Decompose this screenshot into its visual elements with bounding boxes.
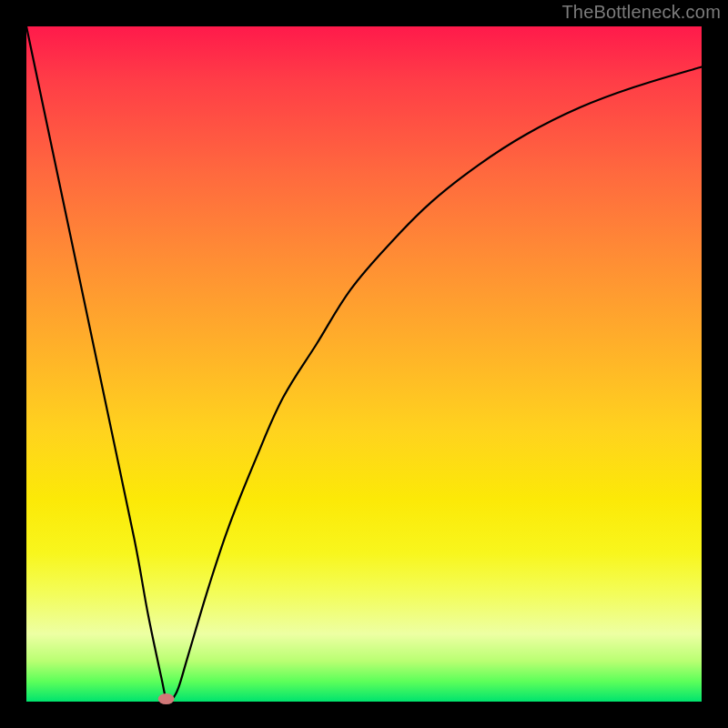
optimal-point-marker xyxy=(159,694,174,703)
curve-layer xyxy=(26,26,702,702)
bottleneck-curve xyxy=(26,26,702,701)
plot-area xyxy=(26,26,702,702)
watermark-text: TheBottleneck.com xyxy=(561,2,721,23)
chart-frame: TheBottleneck.com xyxy=(0,0,728,728)
